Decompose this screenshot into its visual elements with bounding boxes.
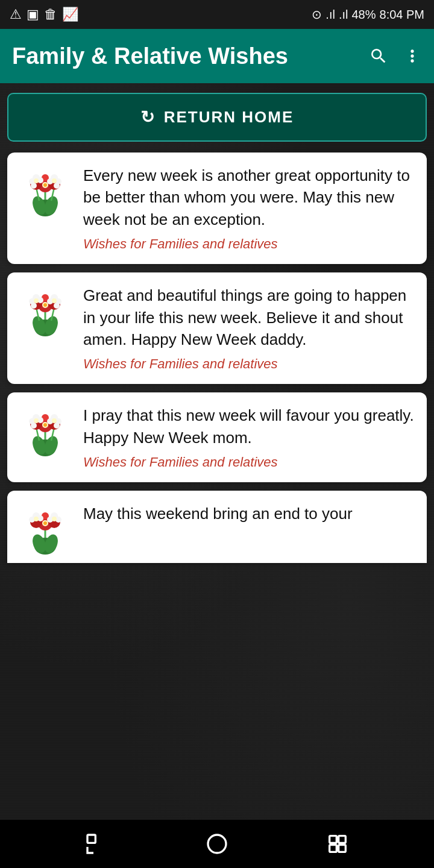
recent-apps-button[interactable] xyxy=(319,826,356,862)
svg-point-99 xyxy=(208,835,226,853)
wifi-icon: ⊙ xyxy=(312,7,322,22)
wish-card-partial: May this weekend bring an end to your xyxy=(7,491,427,563)
svg-rect-98 xyxy=(87,835,95,843)
svg-point-74 xyxy=(54,423,60,429)
svg-point-43 xyxy=(34,298,39,303)
wish-category-2: Wishes for Families and relatives xyxy=(83,356,416,372)
wish-icon-4 xyxy=(18,503,72,557)
wish-card-4-content: May this weekend bring an end to your xyxy=(83,503,416,524)
wish-card: Every new week is another great opportun… xyxy=(7,153,427,264)
nav-bar xyxy=(0,820,434,868)
back-button[interactable] xyxy=(78,826,115,862)
svg-point-16 xyxy=(31,183,37,189)
refresh-icon: ↻ xyxy=(140,107,156,127)
wish-card: I pray that this new week will favour yo… xyxy=(7,392,427,482)
search-icon xyxy=(369,46,388,66)
wish-icon-2 xyxy=(18,285,72,339)
wish-icon-3 xyxy=(18,404,72,459)
app-bar: Family & Relative Wishes xyxy=(0,29,434,83)
warning-icon: ⚠ xyxy=(10,7,22,22)
svg-point-48 xyxy=(54,303,60,309)
signal-icon-2: .ıl xyxy=(339,8,348,22)
svg-point-51 xyxy=(43,303,47,307)
return-home-button[interactable]: ↻ RETURN HOME xyxy=(7,93,427,142)
back-nav-icon xyxy=(84,832,108,856)
svg-point-49 xyxy=(52,298,57,303)
wish-category-3: Wishes for Families and relatives xyxy=(83,454,416,470)
battery-indicator: 48% xyxy=(351,8,376,22)
svg-point-42 xyxy=(31,303,37,309)
flower-bouquet-icon-2 xyxy=(18,285,72,339)
status-right-info: ⊙ .ıl .ıl 48% 8:04 PM xyxy=(312,7,424,22)
home-button[interactable] xyxy=(199,826,235,862)
return-home-label: RETURN HOME xyxy=(164,108,294,127)
wish-text-4: May this weekend bring an end to your xyxy=(83,503,416,524)
delete-icon: 🗑 xyxy=(44,7,57,22)
svg-point-23 xyxy=(52,178,57,183)
time-display: 8:04 PM xyxy=(380,8,424,22)
svg-rect-103 xyxy=(339,845,346,852)
app-title: Family & Relative Wishes xyxy=(12,43,369,69)
svg-point-77 xyxy=(43,423,47,427)
svg-point-97 xyxy=(43,521,47,525)
wish-text-3: I pray that this new week will favour yo… xyxy=(83,404,416,448)
svg-rect-100 xyxy=(330,836,337,843)
svg-rect-101 xyxy=(339,836,346,843)
wish-card: Great and beautiful things are going to … xyxy=(7,272,427,384)
home-nav-icon xyxy=(205,832,229,856)
flower-bouquet-icon xyxy=(18,165,72,219)
status-bar: ⚠ ▣ 🗑 📈 ⊙ .ıl .ıl 48% 8:04 PM xyxy=(0,0,434,29)
search-button[interactable] xyxy=(369,46,388,66)
screenshot-icon: ▣ xyxy=(27,7,39,22)
flower-bouquet-icon-4 xyxy=(18,503,72,557)
more-options-icon xyxy=(403,46,422,66)
svg-point-95 xyxy=(52,517,57,521)
svg-point-68 xyxy=(31,423,37,429)
wish-icon-1 xyxy=(18,165,72,219)
svg-point-25 xyxy=(43,183,47,187)
app-bar-actions xyxy=(369,46,422,66)
wish-card-2-content: Great and beautiful things are going to … xyxy=(83,285,416,372)
status-left-icons: ⚠ ▣ 🗑 📈 xyxy=(10,7,78,22)
more-options-button[interactable] xyxy=(403,46,422,66)
svg-point-69 xyxy=(34,418,39,423)
wish-text-2: Great and beautiful things are going to … xyxy=(83,285,416,350)
svg-point-22 xyxy=(54,183,60,189)
flower-bouquet-icon-3 xyxy=(18,404,72,459)
wish-card-3-content: I pray that this new week will favour yo… xyxy=(83,404,416,470)
svg-point-75 xyxy=(52,418,57,423)
svg-point-90 xyxy=(34,517,39,521)
signal-icon-1: .ıl xyxy=(326,8,335,22)
svg-point-17 xyxy=(34,178,39,183)
recent-apps-nav-icon xyxy=(326,832,350,856)
svg-rect-102 xyxy=(330,845,337,852)
wish-card-1-content: Every new week is another great opportun… xyxy=(83,165,416,252)
content-area: ↻ RETURN HOME xyxy=(0,83,434,820)
wish-text-1: Every new week is another great opportun… xyxy=(83,165,416,230)
wish-category-1: Wishes for Families and relatives xyxy=(83,236,416,252)
activity-icon: 📈 xyxy=(62,7,78,22)
